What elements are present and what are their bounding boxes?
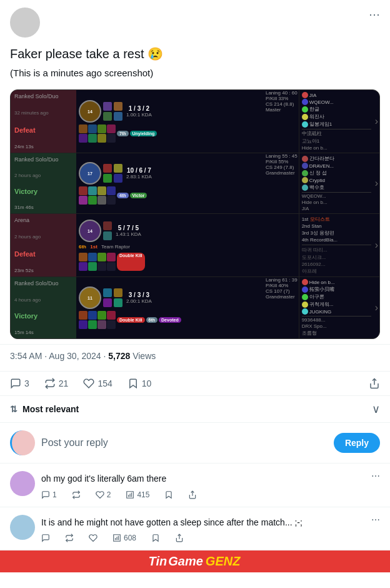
kda-ratio: 1.43:1 KDA [116, 231, 141, 237]
comment-actions: 1 2 415 [41, 490, 380, 499]
match-row: Arena 2 hours ago Defeat 23m 52s 14 5 / … [11, 214, 379, 277]
comment-retweet-btn[interactable] [72, 490, 81, 499]
watermark: TinGameGENZ [0, 550, 390, 572]
comment-views: 415 [126, 490, 149, 499]
bookmark-count[interactable]: 10 [128, 378, 152, 389]
match-result: Victory [14, 188, 72, 195]
comment-reply-btn[interactable]: 1 [41, 490, 57, 499]
comment-text: oh my god it's literally 6am there [41, 473, 380, 485]
match-left: Ranked Solo/Duo 32 minutes ago Defeat 24… [11, 90, 76, 153]
more-options-icon[interactable]: ⋯ [369, 8, 380, 21]
tweet-body: Faker please take a rest 😢 (This is a mi… [0, 43, 390, 89]
match-badge: Double Kill [117, 253, 145, 271]
kda: 1 / 3 / 2 [126, 105, 152, 112]
comment-bookmark-btn[interactable] [151, 534, 160, 542]
tweet-views-count: 5,728 [108, 351, 130, 361]
champion-icon: 17 [79, 162, 101, 185]
comment-share-btn[interactable] [188, 490, 197, 499]
match-badge: 7th [117, 131, 129, 136]
expand-icon[interactable]: › [374, 90, 379, 153]
comment-share-btn[interactable] [175, 534, 184, 542]
match-badge-label: Unyielding [130, 131, 158, 136]
like-count[interactable]: 154 [83, 378, 112, 389]
match-duration: 24m 13s [14, 144, 72, 150]
match-badge: 4th [117, 193, 129, 198]
comment-reply-btn[interactable] [41, 534, 50, 542]
match-type: Ranked Solo/Duo [14, 156, 72, 163]
match-badge-label: 6th [146, 317, 158, 323]
champion-icon: 14 [79, 100, 101, 123]
comment-item: oh my god it's literally 6am there 1 2 [0, 464, 390, 507]
match-type: Arena [14, 217, 72, 224]
retweet-count[interactable]: 21 [44, 378, 69, 389]
comment-reply-count: 1 [52, 490, 57, 499]
comment-item: It is and he might not have gotten a sle… [0, 507, 390, 551]
avatar [10, 8, 40, 38]
match-row: Ranked Solo/Duo 2 hours ago Victory 31m … [11, 153, 379, 214]
reply-count[interactable]: 3 [10, 378, 29, 389]
match-ago: 4 hours ago [14, 297, 72, 303]
match-duration: 31m 46s [14, 205, 72, 210]
kda-ratio: 1.00:1 KDA [126, 112, 152, 118]
match-badge: Double Kill [117, 317, 145, 323]
match-result: Defeat [14, 126, 72, 134]
match-middle: 11 3 / 3 / 3 2.00:1 KDA [76, 277, 264, 338]
chevron-down-icon[interactable]: ∨ [372, 402, 380, 416]
game-screenshot: Ranked Solo/Duo 32 minutes ago Defeat 24… [10, 89, 380, 339]
tweet-meta: 3:54 AM · Aug 30, 2024 · 5,728 Views [0, 344, 390, 371]
expand-icon[interactable]: › [374, 214, 379, 276]
match-badge-label: Victor [130, 193, 148, 198]
match-duration: 23m 52s [14, 268, 72, 273]
champion-icon: 14 [79, 220, 101, 242]
champion-icon: 11 [79, 286, 101, 309]
match-left: Arena 2 hours ago Defeat 23m 52s [11, 214, 76, 276]
expand-icon[interactable]: › [374, 277, 379, 338]
match-middle: 14 1 / 3 / 2 1.00:1 KDA [76, 90, 264, 153]
commenter-avatar [10, 515, 35, 540]
match-ago: 32 minutes ago [14, 110, 72, 116]
user-avatar [10, 430, 35, 455]
comment-more-icon[interactable]: ⋯ [371, 471, 380, 481]
expand-icon[interactable]: › [374, 153, 379, 213]
players-list: JIA WQEOW... 한글 워진사 일봉게임1 中流砥柱 고뇨아1 Hide… [299, 90, 374, 153]
reply-count-value: 3 [24, 378, 29, 388]
filter-row[interactable]: ⇅ Most relevant ∨ [0, 396, 390, 423]
tweet-text: Faker please take a rest 😢 [10, 45, 380, 63]
comment-like-btn[interactable]: 2 [96, 490, 111, 499]
bookmark-icon [128, 378, 139, 389]
comment-actions: 608 [41, 534, 380, 542]
share-icon [369, 378, 380, 389]
reply-input[interactable]: Post your reply [41, 437, 328, 449]
comment-more-icon[interactable]: ⋯ [371, 515, 380, 525]
comment-text: It is and he might not have gotten a sle… [41, 517, 380, 529]
filter-label: Most relevant [22, 404, 79, 414]
match-ago: 2 hours ago [14, 173, 72, 178]
match-left-victory: Ranked Solo/Duo 2 hours ago Victory 31m … [11, 153, 76, 213]
comment-like-count: 2 [107, 490, 111, 499]
match-duration: 15m 14s [14, 330, 72, 335]
match-badge-devoted: Devoted [159, 317, 181, 323]
match-middle: 17 10 / 6 / 7 2.83:1 KDA [76, 153, 264, 213]
share-button[interactable] [369, 378, 380, 389]
retweet-icon [44, 378, 56, 389]
comment-like-btn[interactable] [89, 534, 98, 542]
tweet-timestamp: 3:54 AM · Aug 30, 2024 [10, 351, 101, 361]
reply-icon [10, 378, 21, 389]
comment-bookmark-btn[interactable] [164, 490, 173, 499]
match-ago: 2 hours ago [14, 234, 72, 240]
players-list: Hide on b... 拓萤小贝嘴 아구론 귀척게워... JUGKING 9… [299, 277, 374, 338]
tweet-stats-row: 3 21 154 10 [0, 371, 390, 396]
reply-button[interactable]: Reply [334, 433, 380, 453]
kda: 5 / 7 / 5 [116, 225, 141, 231]
comments-section: oh my god it's literally 6am there 1 2 [0, 464, 390, 550]
comment-views: 608 [112, 534, 136, 542]
comment-views-count: 415 [137, 490, 149, 499]
kda-ratio: 2.83:1 KDA [126, 174, 152, 180]
match-result: Defeat [14, 250, 72, 258]
bookmark-count-value: 10 [142, 378, 152, 388]
tweet-views-label: Views [132, 351, 156, 361]
comment-retweet-btn[interactable] [65, 534, 74, 542]
like-count-value: 154 [98, 378, 112, 388]
match-type: Ranked Solo/Duo [14, 280, 72, 287]
match-type: Ranked Solo/Duo [14, 93, 72, 100]
